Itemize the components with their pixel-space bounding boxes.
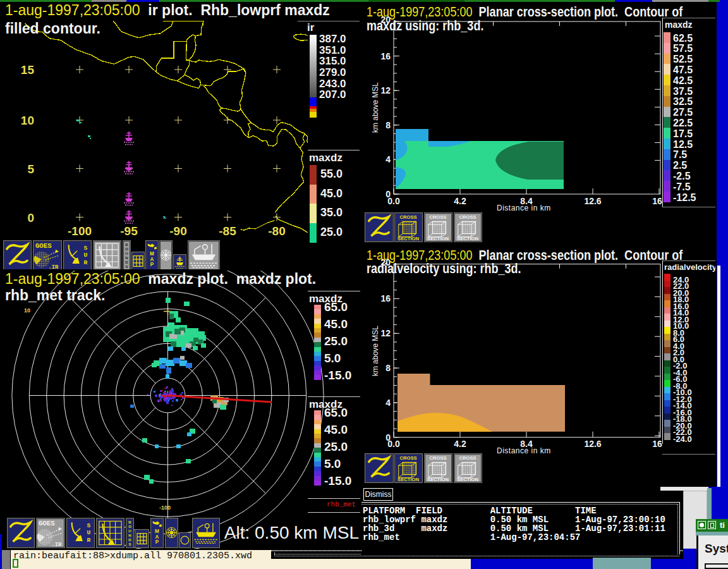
svg-text:S: S: [128, 542, 131, 546]
svg-text:N: N: [128, 534, 131, 537]
svg-text:B: B: [125, 243, 128, 247]
svg-text:O: O: [125, 247, 128, 251]
svg-text:CROSS: CROSS: [429, 455, 446, 461]
svg-text:D: D: [125, 260, 128, 264]
svg-text:GOES: GOES: [35, 242, 52, 250]
svg-text:GOES: GOES: [39, 520, 55, 527]
svg-text:P: P: [150, 262, 154, 267]
svg-text:U: U: [87, 529, 91, 536]
svg-text:U: U: [125, 252, 128, 255]
svg-text:N: N: [125, 256, 128, 260]
svg-text:.IR: .IR: [51, 542, 62, 548]
svg-text:O: O: [128, 525, 131, 529]
svg-text:B: B: [128, 520, 131, 524]
svg-text:S: S: [125, 265, 128, 269]
svg-text:S: S: [84, 245, 88, 252]
svg-text:CROSS: CROSS: [459, 214, 476, 220]
svg-text:R: R: [84, 259, 88, 266]
svg-text:CROSS: CROSS: [459, 455, 476, 461]
svg-text:U: U: [84, 252, 88, 259]
svg-text:P: P: [155, 539, 159, 545]
svg-text:S: S: [87, 522, 91, 529]
svg-text:R: R: [87, 537, 91, 544]
svg-text:D: D: [128, 538, 131, 542]
svg-text:CROSS: CROSS: [399, 214, 416, 220]
svg-text:CROSS: CROSS: [399, 455, 416, 461]
svg-text:U: U: [128, 529, 131, 533]
svg-text:CROSS: CROSS: [429, 214, 446, 220]
